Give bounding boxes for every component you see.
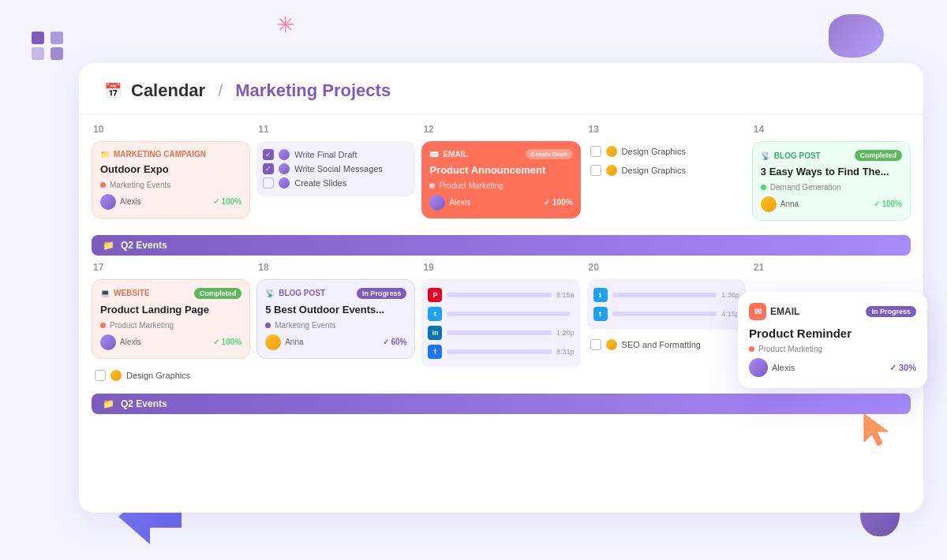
floating-email-card[interactable]: ✉ Email In Progress Product Reminder Pro… — [738, 292, 927, 388]
card-meta-mkt-events: Marketing Events — [275, 321, 335, 330]
day-number-10: 10 — [92, 124, 250, 135]
checklist-design-2[interactable]: Design Graphics — [590, 163, 743, 177]
star-decoration-1: ✳ — [276, 12, 294, 38]
checklist-avatar-2 — [279, 163, 290, 174]
day-number-14: 14 — [752, 124, 911, 135]
calendar-icon: 📅 — [104, 82, 122, 99]
checklist-design-1[interactable]: Design Graphics — [590, 144, 743, 159]
card-meta-product-mkt: Product Marketing — [110, 321, 174, 330]
card-type-email: Email — [443, 150, 467, 159]
group-banner-label-2: Q2 Events — [121, 398, 167, 409]
day-empty-3 — [421, 427, 580, 496]
checklist-design-graphics[interactable]: Design Graphics — [95, 368, 247, 383]
progress-100: ✓ 100% — [213, 197, 241, 206]
svg-marker-0 — [864, 414, 888, 446]
person-name: Alexis — [120, 197, 141, 206]
group-banner-q2-1: 📁 Q2 Events — [92, 235, 911, 256]
floating-meta-text: Product Marketing — [758, 345, 822, 353]
card-footer-announcement: Alexis ✓ 100% — [429, 195, 572, 211]
card-product-announcement[interactable]: ✉️ Email Create Draft Product Announceme… — [421, 141, 580, 218]
card-meta-demand: Demand Generation — [770, 183, 841, 192]
floating-card-footer: Alexis ✓ 30% — [749, 358, 916, 377]
avatar-alexis-2 — [429, 195, 445, 211]
avatar-alexis-3 — [100, 334, 116, 350]
group-banner-icon-1: 📁 — [103, 240, 114, 251]
floating-avatar — [749, 358, 768, 377]
card-product-landing[interactable]: 💻 Website Completed Product Landing Page… — [92, 279, 250, 359]
social-bar-linkedin — [447, 330, 552, 335]
day-col-14: 14 📡 Blog Post Completed 3 Easy Ways to … — [752, 124, 911, 227]
checklist-seo-label: SEO and Formatting — [622, 340, 701, 349]
person-anna-2: Anna — [285, 338, 303, 346]
day-number-13: 13 — [587, 124, 746, 135]
checklist-item-1[interactable]: ✓ Write Final Draft — [263, 147, 409, 162]
day-col-10: 10 📁 Marketing Campaign Outdoor Expo Mar… — [92, 124, 250, 227]
floating-meta-dot — [749, 346, 754, 352]
checkbox-1[interactable]: ✓ — [263, 149, 274, 160]
day-col-17: 17 💻 Website Completed Product Landing P… — [92, 262, 250, 386]
checkbox-design-1[interactable] — [590, 146, 601, 157]
group-banner-q2-2: 📁 Q2 Events — [92, 394, 911, 414]
card-type-label: Marketing Campaign — [114, 150, 206, 159]
badge-completed-2: Completed — [194, 288, 242, 299]
social-bar-facebook — [447, 349, 552, 354]
app-logo — [32, 32, 66, 60]
card-blog-post[interactable]: 📡 Blog Post Completed 3 Easy Ways to Fin… — [752, 141, 911, 221]
social-bar-twitter1 — [447, 312, 569, 316]
card-footer-outdoor-events: Anna ✓ 60% — [265, 334, 406, 350]
day-empty-1 — [92, 427, 250, 496]
card-outdoor-expo[interactable]: 📁 Marketing Campaign Outdoor Expo Market… — [92, 141, 250, 218]
group-banner-icon-2: 📁 — [103, 398, 114, 409]
checklist-avatar-3 — [279, 177, 290, 189]
social-row-twitter-3[interactable]: t 4:15p — [593, 304, 739, 323]
checkbox-design-2[interactable] — [590, 165, 601, 176]
checkbox-design-graphics[interactable] — [95, 370, 106, 381]
header-separator: / — [218, 80, 223, 101]
checklist-item-2[interactable]: ✓ Write Social Messages — [263, 162, 409, 176]
checklist-day17: Design Graphics — [92, 365, 250, 386]
floating-card-type: Email — [770, 306, 799, 317]
person-anna: Anna — [780, 200, 799, 208]
checklist-seo[interactable]: SEO and Formatting — [590, 338, 743, 352]
blog-post-icon-2: 📡 — [265, 289, 275, 297]
social-time-linkedin: 1:20p — [556, 329, 575, 337]
progress-100-4: ✓ 100% — [213, 338, 241, 346]
day-empty-2 — [256, 427, 415, 496]
card-meta-outdoor-events: Marketing Events — [265, 321, 406, 330]
day-number-18: 18 — [256, 262, 415, 273]
week-row-1: 10 📁 Marketing Campaign Outdoor Expo Mar… — [92, 124, 911, 227]
day-col-12: 12 ✉️ Email Create Draft Product Announc… — [421, 124, 580, 227]
day-empty-4 — [587, 427, 746, 496]
card-meta-product-marketing: Product Marketing — [439, 181, 503, 190]
social-row-pinterest[interactable]: P 8:15a — [428, 286, 574, 304]
card-type-blog-2: Blog Post — [279, 289, 325, 297]
card-blog-outdoor[interactable]: 📡 Blog Post In Progress 5 Best Outdoor E… — [256, 279, 415, 359]
email-card-icon: ✉ — [749, 303, 766, 320]
person-alexis-3: Alexis — [120, 338, 141, 346]
card-title-outdoor: Outdoor Expo — [100, 163, 241, 177]
social-time-twitter2: 1:36p — [721, 291, 739, 299]
progress-100-3: ✓ 100% — [874, 200, 902, 208]
social-row-twitter-1[interactable]: t — [428, 304, 574, 323]
social-bar-twitter3 — [612, 312, 717, 316]
social-row-twitter-2[interactable]: t 1:36p — [593, 286, 739, 304]
floating-person-name: Alexis — [772, 363, 795, 372]
meta-dot — [100, 182, 106, 188]
progress-100-2: ✓ 100% — [544, 198, 572, 207]
page-header: 📅 Calendar / Marketing Projects — [79, 63, 923, 114]
header-breadcrumb1: Calendar — [131, 80, 205, 101]
day-col-20: 20 t 1:36p t 4:15p — [587, 262, 746, 386]
card-footer-outdoor: Alexis ✓ 100% — [100, 194, 241, 210]
social-row-facebook[interactable]: f 8:31p — [428, 342, 574, 361]
floating-card-meta: Product Marketing — [749, 345, 916, 353]
badge-inprogress: In Progress — [357, 288, 407, 299]
checkbox-seo[interactable] — [590, 339, 601, 350]
social-row-linkedin[interactable]: in 1:20p — [428, 323, 574, 342]
checkbox-2[interactable]: ✓ — [263, 163, 274, 174]
checklist-item-3[interactable]: Create Slides — [263, 176, 409, 190]
day-col-18: 18 📡 Blog Post In Progress 5 Best Outdoo… — [256, 262, 415, 386]
checkbox-3[interactable] — [263, 177, 274, 189]
floating-progress: ✓ 30% — [889, 363, 916, 373]
twitter-icon-2: t — [593, 288, 608, 302]
facebook-icon: f — [428, 345, 442, 359]
